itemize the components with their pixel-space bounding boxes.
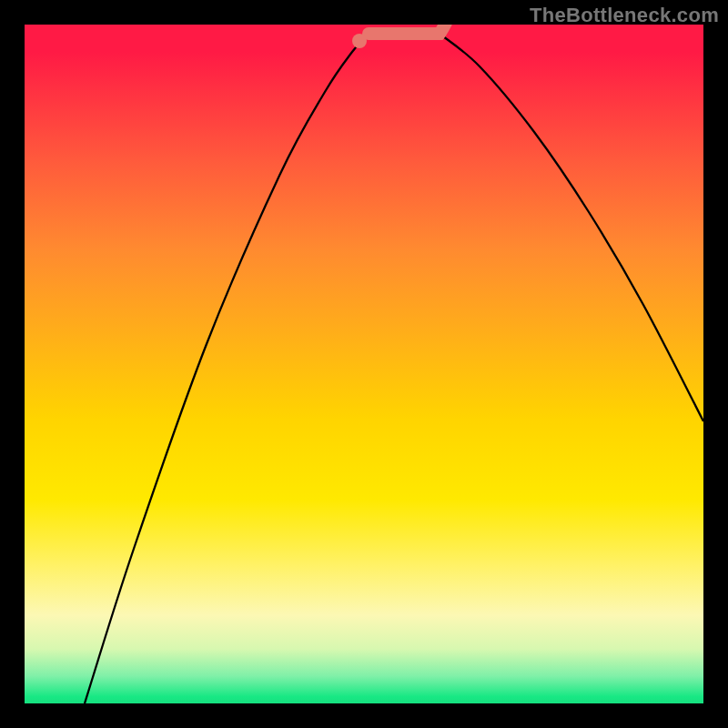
curve-right-branch [440,34,703,421]
curve-left-branch [85,34,369,703]
highlight-dot [352,34,367,48]
highlight-bottom-segment [369,25,447,34]
chart-plot-area [25,25,703,703]
chart-svg [25,25,703,703]
